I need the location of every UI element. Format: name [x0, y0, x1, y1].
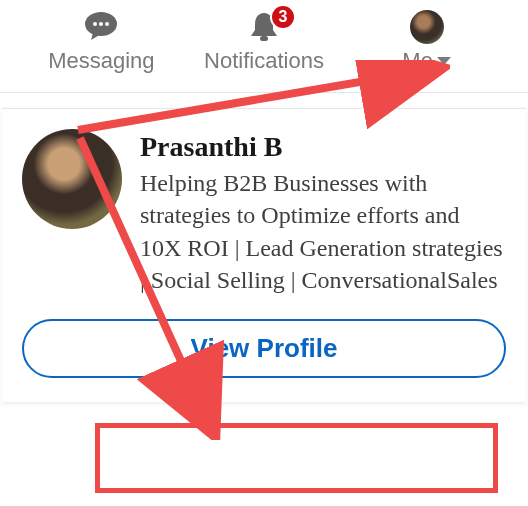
avatar-icon — [410, 10, 444, 44]
profile-headline: Helping B2B Businesses with strategies t… — [140, 167, 506, 297]
avatar-large — [22, 129, 122, 229]
top-navbar: Messaging 3 Notifications Me — [0, 0, 528, 93]
profile-summary[interactable]: Prasanthi B Helping B2B Businesses with … — [22, 129, 506, 297]
nav-me-row: Me — [402, 48, 451, 74]
svg-point-1 — [93, 22, 97, 26]
nav-me-label: Me — [402, 48, 433, 74]
annotation-highlight-box — [95, 423, 498, 493]
svg-point-3 — [105, 22, 109, 26]
nav-me[interactable]: Me — [357, 10, 497, 74]
avatar-small — [410, 10, 444, 44]
nav-notifications-label: Notifications — [204, 48, 324, 74]
chevron-down-icon — [437, 57, 451, 65]
notification-badge: 3 — [270, 4, 296, 30]
svg-point-2 — [99, 22, 103, 26]
profile-name: Prasanthi B — [140, 131, 506, 163]
profile-text: Prasanthi B Helping B2B Businesses with … — [140, 129, 506, 297]
nav-notifications[interactable]: 3 Notifications — [194, 10, 334, 74]
messaging-icon — [81, 10, 121, 44]
me-dropdown: Prasanthi B Helping B2B Businesses with … — [2, 108, 526, 402]
nav-messaging-label: Messaging — [48, 48, 154, 74]
view-profile-button[interactable]: View Profile — [22, 319, 506, 378]
nav-messaging[interactable]: Messaging — [31, 10, 171, 74]
svg-rect-4 — [260, 36, 268, 41]
bell-icon: 3 — [246, 10, 282, 44]
